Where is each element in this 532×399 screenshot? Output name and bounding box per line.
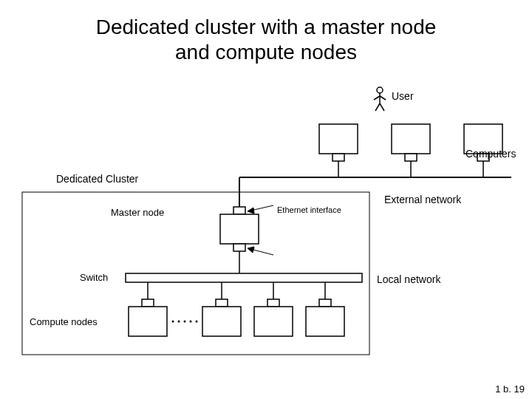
switch-bar [126,273,362,282]
master-node-label: Master node [111,207,164,218]
svg-marker-21 [248,208,254,214]
svg-rect-16 [233,207,245,214]
svg-rect-17 [220,214,259,244]
svg-point-36 [172,321,174,323]
external-network-label: External network [384,194,461,205]
svg-rect-30 [216,299,228,307]
svg-line-5 [380,103,384,111]
svg-rect-31 [202,307,241,336]
switch-label: Switch [80,272,108,283]
svg-line-3 [380,96,386,100]
computers-label: Computers [466,148,516,160]
svg-point-39 [190,321,192,323]
ethernet-interface-label: Ethernet interface [277,205,341,214]
svg-rect-7 [332,154,344,161]
computer-box [392,124,430,161]
svg-line-4 [375,103,380,111]
compute-node-box [129,299,167,336]
svg-rect-32 [267,299,279,307]
svg-point-40 [196,321,198,323]
master-node-box [220,207,259,251]
computer-box [319,124,358,161]
svg-rect-33 [254,307,293,336]
local-network-label: Local network [377,273,440,285]
compute-node-box [306,299,344,336]
svg-point-38 [184,321,186,323]
svg-point-37 [178,321,180,323]
ethernet-arrow [248,247,273,255]
svg-point-0 [377,87,383,93]
svg-rect-34 [319,299,331,307]
svg-rect-35 [306,307,344,336]
slide-number: 1 b. 19 [495,383,525,395]
svg-rect-18 [233,244,245,251]
ethernet-arrow [248,205,273,214]
compute-node-box [254,299,293,336]
compute-node-box [202,299,241,336]
svg-rect-28 [142,299,154,307]
dedicated-cluster-label: Dedicated Cluster [56,173,138,185]
svg-marker-23 [248,247,254,253]
svg-line-2 [374,96,380,100]
user-label: User [392,90,414,102]
ellipsis-icon [172,321,198,323]
compute-nodes-label: Compute nodes [30,316,98,327]
svg-rect-6 [319,124,358,154]
svg-rect-8 [392,124,430,154]
svg-rect-9 [405,154,417,161]
user-icon [374,87,386,111]
svg-rect-29 [129,307,167,336]
